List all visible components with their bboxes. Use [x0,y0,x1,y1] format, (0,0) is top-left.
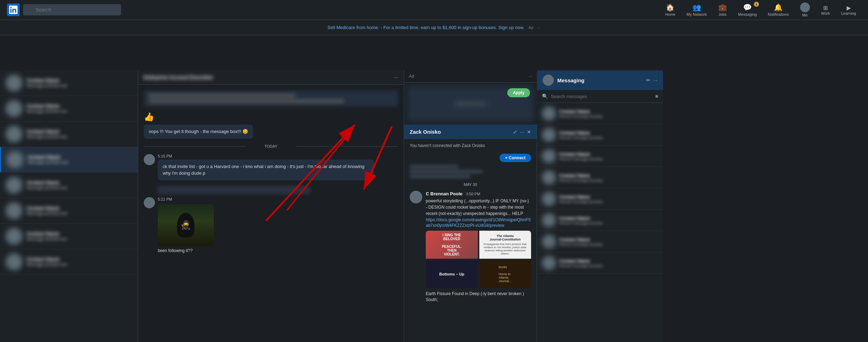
blurred-message [144,90,398,106]
message-avatar-521 [144,197,155,208]
nav-network-label: My Network [687,12,707,16]
sidebar-item-7[interactable]: Contact Name Message preview text [0,224,138,249]
sidebar-avatar-1 [6,75,22,91]
earth-fissure-text: Earth Fissure Found in Deep (-ly bent ne… [426,291,531,303]
sidebar-avatar-4 [7,151,23,168]
main-layout: Contact Name Message preview text Contac… [0,70,868,342]
thumbs-message: 👍 oops !!! You get it though - the messa… [144,112,398,139]
messaging-edit-icon[interactable]: ✏ [646,77,650,83]
nav-item-me[interactable]: Me [795,0,815,19]
msg-list-item-5[interactable]: Contact Name Recent message preview [537,188,663,210]
cbrennan-message-row: C Brennan Poole 3:50 PM powerful storyte… [410,191,531,303]
msg-info-7: Contact Name Recent message preview [559,237,658,246]
sidebar-preview-3: Message preview text [27,134,132,139]
msg-avatar-7 [542,235,556,249]
cbrennan-link[interactable]: https://docs.google.com/drawings/d/1O8Wr… [426,217,531,228]
msg-list-item-1[interactable]: Contact Name Recent message preview [537,103,663,124]
message-bubble-515: ck that invite list - got u a Harvard on… [158,160,374,180]
nav-item-network[interactable]: 👥 My Network [682,1,712,19]
msg-preview-8: Recent message preview [559,264,658,268]
sidebar-item-5[interactable]: Contact Name Message preview text [0,173,138,198]
nav-messaging-label: Messaging [738,12,757,16]
msg-info-4: Contact Name Recent message preview [559,173,658,182]
message-time-521: 5:21 PM [158,197,214,201]
msg-preview-5: Recent message preview [559,200,658,204]
sidebar-avatar-7 [6,228,22,245]
promo-link[interactable]: Sell Medicare from home. - For a limited… [327,25,524,30]
msg-info-5: Contact Name Recent message preview [559,194,658,204]
msg-name-7: Contact Name [559,237,658,242]
msg-list-item-7[interactable]: Contact Name Recent message preview [537,231,663,252]
ad-zack-column: Ad ··· Advertisement Apply Zack Onisko ⤢… [404,70,537,342]
chat-header-more[interactable]: ··· [394,75,398,80]
messaging-actions: ✏ ··· [646,77,657,83]
msg-list-item-3[interactable]: Contact Name Recent message preview [537,146,663,167]
nav-item-jobs[interactable]: 💼 Jobs [713,1,732,19]
cbrennan-avatar [410,191,422,203]
nav-item-work[interactable]: ⊞ Work [816,2,835,18]
nav-item-learning[interactable]: ▶ Learning [836,2,861,18]
sidebar-item-2[interactable]: Contact Name Message preview text [0,96,138,121]
ad-content: Advertisement Apply [404,83,537,125]
cbrennan-time: 3:50 PM [466,192,480,196]
sidebar-name-5: Contact Name [27,180,132,186]
sidebar-avatar-2 [6,100,22,117]
ad-cta-button[interactable]: Apply [507,88,530,97]
jobs-icon: 💼 [718,3,727,12]
chat-image: 🥷 [158,204,214,246]
msg-name-2: Contact Name [559,130,658,135]
msg-name-1: Contact Name [559,109,658,114]
msg-list-item-6[interactable]: Contact Name Recent message preview [537,210,663,231]
messaging-search-input[interactable] [551,94,652,99]
sidebar-preview-4: Message preview text [28,160,132,165]
msg-list-item-2[interactable]: Contact Name Recent message preview [537,124,663,146]
search-input[interactable] [23,4,121,15]
sidebar-item-6[interactable]: Contact Name Message preview text [0,198,138,224]
ad-more[interactable]: ··· [529,74,532,79]
msg-list-item-8[interactable]: Contact Name Recent message preview [537,252,663,274]
zack-close-icon[interactable]: ✕ [527,129,531,135]
sidebar-item-1[interactable]: Contact Name Message preview text [0,70,138,96]
right-messaging-panel: Messaging ✏ ··· 🔍 ≡ Contact Name Recent … [537,70,663,342]
sidebar-item-4-active[interactable]: Contact Name Message preview text [0,147,138,173]
messaging-title-row: Messaging [543,75,585,86]
nav-item-messaging[interactable]: 💬 Messaging 1 [733,1,762,19]
zack-expand-icon[interactable]: ⤢ [513,129,517,135]
zack-content: You haven't connected with Zack Onisko +… [404,139,537,342]
messaging-badge: 1 [754,2,759,7]
connect-button[interactable]: + Connect [500,154,531,162]
zack-more-icon[interactable]: ··· [520,129,524,135]
msg-list-item-4[interactable]: Contact Name Recent message preview [537,167,663,188]
work-grid-icon: ⊞ [823,5,828,11]
sidebar-preview-7: Message preview text [27,237,132,242]
nav-learning-label: Learning [841,11,856,15]
may30-divider: MAY 30 [410,182,531,187]
search-magnify-icon: 🔍 [542,93,548,99]
msg-info-6: Contact Name Recent message preview [559,216,658,225]
nav-notifications-label: Notifications [768,12,789,16]
msg-name-5: Contact Name [559,194,658,200]
sidebar-info-1: Contact Name Message preview text [27,78,132,88]
nav-item-home[interactable]: 🏠 Home [660,1,680,19]
sidebar-info-8: Contact Name Message preview text [27,257,132,267]
msg-preview-4: Recent message preview [559,178,658,182]
message-avatar-515 [144,154,155,165]
sidebar-item-8[interactable]: Contact Name Message preview text [0,249,138,275]
nav-jobs-label: Jobs [718,12,726,16]
sidebar-item-3[interactable]: Contact Name Message preview text [0,121,138,147]
linkedin-logo[interactable] [7,4,20,16]
messaging-search-bar: 🔍 ≡ [537,90,663,103]
nav-item-notifications[interactable]: 🔔 Notifications [763,1,794,19]
typing-indicator [158,186,310,194]
sidebar-name-1: Contact Name [27,78,132,83]
today-divider: TODAY [144,144,398,148]
msg-avatar-1 [542,106,556,120]
promo-more[interactable]: ··· [537,26,541,30]
sidebar-preview-5: Message preview text [27,186,132,190]
sidebar-preview-8: Message preview text [27,262,132,267]
center-chat-panel: Enterprise Account Executive ··· 👍 oops … [138,70,404,342]
cbrennan-text: powerful storytelling (...opportunity...… [426,198,531,217]
messaging-filter-icon[interactable]: ≡ [655,93,658,99]
messaging-more-icon[interactable]: ··· [653,77,657,83]
zack-img-2: The AtlantaJournal-Constitution Propagan… [479,231,531,259]
